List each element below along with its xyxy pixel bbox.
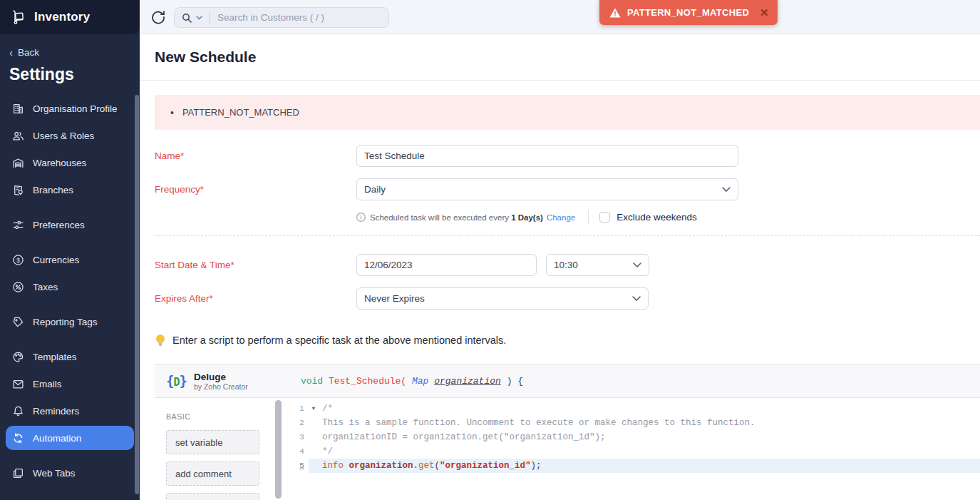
change-link[interactable]: Change [547,213,575,222]
lightbulb-icon [155,333,166,347]
error-banner-text: PATTERN_NOT_MATCHED [182,107,299,118]
sidebar-item-label: Reporting Tags [33,317,98,327]
sidebar-item-automation[interactable]: Automation [6,426,134,450]
sidebar-item-label: Web Tabs [33,468,76,479]
name-input[interactable] [356,145,738,167]
toast-message: PATTERN_NOT_MATCHED [627,7,749,18]
exclude-weekends-label: Exclude weekends [617,212,697,223]
frequency-value: Daily [364,184,386,195]
search-icon [182,13,192,23]
line-number: 5 [283,459,309,473]
sidebar-title: Settings [9,65,140,84]
inventory-logo-icon [10,9,27,26]
snippet-list: set variableadd comment [166,430,274,486]
warning-icon [609,8,621,18]
sidebar-item-organisation-profile[interactable]: Organisation Profile [6,96,134,121]
error-toast: PATTERN_NOT_MATCHED ✕ [599,0,778,25]
reminders-icon [11,404,24,417]
users-roles-icon [11,129,24,142]
exclude-weekends-checkbox[interactable] [599,212,610,223]
page-header: New Schedule [140,34,980,81]
sidebar: Inventory ‹ Back Settings Organisation P… [0,0,140,500]
expires-after-select[interactable]: Never Expires [356,287,649,310]
code-line-4[interactable]: 4*/ [283,444,980,459]
chevron-left-icon: ‹ [9,47,13,58]
sidebar-item-warehouses[interactable]: Warehouses [6,150,134,175]
automation-icon [11,432,24,444]
code-editor[interactable]: 1▼/*2This is a sample function. Uncommen… [283,398,980,500]
reporting-tags-icon [11,315,24,328]
code-line-3[interactable]: 3organizationID = organization.get("orga… [283,430,980,444]
start-time-value: 10:30 [554,260,578,270]
start-date-input[interactable] [356,254,537,276]
deluge-name: Deluge [194,372,289,382]
snippet-group-label: BASIC [166,412,274,421]
deluge-logo-icon: {D} [166,373,187,389]
code-line-2[interactable]: 2This is a sample function. Uncomment to… [283,416,980,430]
fold-gutter [309,444,319,459]
snippet-button-add-comment[interactable]: add comment [166,461,259,486]
fold-gutter [309,416,319,430]
signature-token: ) { [501,376,523,387]
scrollbar-thumb[interactable] [275,400,282,499]
code-text: organizationID = organization.get("organ… [319,430,606,444]
settings-nav: Organisation ProfileUsers & RolesWarehou… [0,96,140,485]
emails-icon [11,377,24,390]
snippet-button-set-variable[interactable]: set variable [166,430,259,454]
svg-text:$: $ [16,256,20,263]
sidebar-item-taxes[interactable]: Taxes [6,275,134,299]
search-divider [210,11,210,24]
deluge-brand: Deluge by Zoho Creator [194,372,289,391]
sidebar-item-emails[interactable]: Emails [6,372,134,396]
sidebar-item-preferences[interactable]: Preferences [6,213,134,237]
chevron-down-icon [722,187,731,192]
sidebar-item-reporting-tags[interactable]: Reporting Tags [6,310,134,334]
sidebar-item-label: Organisation Profile [33,103,118,114]
expires-after-row: Expires After* Never Expires [155,287,980,310]
sidebar-item-web-tabs[interactable]: Web Tabs [6,461,134,485]
preferences-icon [11,218,24,231]
script-hint-text: Enter a script to perform a specific tas… [172,335,506,346]
branches-icon [11,183,24,196]
sidebar-item-label: Warehouses [33,158,86,168]
sidebar-item-label: Taxes [33,282,58,292]
search-scope-chevron-icon[interactable] [196,16,202,20]
code-text: info organization.get("organization_id")… [319,459,542,473]
refresh-icon[interactable] [150,9,166,25]
frequency-label: Frequency* [155,184,356,195]
sidebar-item-users-roles[interactable]: Users & Roles [6,123,134,148]
expires-after-value: Never Expires [364,293,425,304]
sidebar-scrollbar[interactable] [135,95,139,494]
app-logo-band[interactable]: Inventory [0,0,140,34]
sidebar-item-label: Automation [33,433,81,444]
toast-close-icon[interactable]: ✕ [760,6,769,19]
sidebar-item-label: Branches [33,185,73,195]
warehouses-icon [11,156,24,169]
main-area: PATTERN_NOT_MATCHED ✕ New Schedule • PAT… [140,0,980,500]
start-time-select[interactable]: 10:30 [546,254,649,276]
sidebar-item-reminders[interactable]: Reminders [6,399,134,423]
chevron-down-icon [632,296,641,301]
sidebar-item-currencies[interactable]: $Currencies [6,248,134,272]
fold-caret-icon[interactable]: ▼ [309,402,319,416]
script-hint-row: Enter a script to perform a specific tas… [155,331,980,350]
sidebar-item-label: Emails [33,379,62,389]
sidebar-item-branches[interactable]: Branches [6,178,134,202]
code-text: This is a sample function. Uncomment to … [319,416,755,430]
code-line-5[interactable]: 5info organization.get("organization_id"… [283,459,980,473]
search-input[interactable] [217,12,381,23]
back-button[interactable]: ‹ Back [9,47,140,58]
code-text: /* [319,402,333,416]
form-content: • PATTERN_NOT_MATCHED Name* Frequency* D… [140,95,980,500]
name-label: Name* [155,150,356,161]
taxes-icon [11,280,24,293]
page-title: New Schedule [155,49,256,66]
global-search[interactable] [174,7,389,28]
snippet-panel-scrollbar[interactable] [274,398,283,500]
frequency-select[interactable]: Daily [356,178,738,200]
chevron-down-icon [633,262,641,267]
snippet-button-partial[interactable] [166,493,259,500]
snippet-panel: BASIC set variableadd comment [155,398,274,500]
sidebar-item-templates[interactable]: Templates [6,345,134,369]
code-line-1[interactable]: 1▼/* [283,402,980,416]
